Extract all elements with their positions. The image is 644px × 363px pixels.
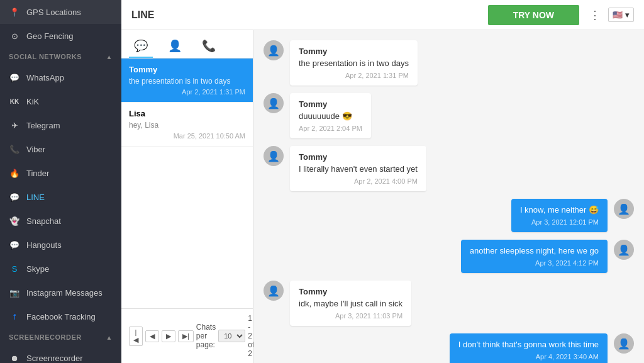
chat-item-tommy-name: Tommy xyxy=(129,65,245,74)
message-row-2: 👤 Tommy duuuuuude 😎 Apr 2, 2021 2:04 PM xyxy=(264,93,628,138)
msg-time-1: Apr 2, 2021 1:31 PM xyxy=(299,72,409,79)
content-area: 💬 👤 📞 Tommy the presentation is in two d… xyxy=(121,30,644,363)
msg-sender-6: Tommy xyxy=(299,287,402,296)
sidebar-item-facebook-label: Facebook Tracking xyxy=(26,312,96,321)
sidebar-item-whatsapp[interactable]: 💬 WhatsApp xyxy=(0,65,121,89)
sidebar-item-snapchat-label: Snapchat xyxy=(26,216,61,226)
skype-icon: S xyxy=(9,263,20,274)
instagram-icon: 📷 xyxy=(9,287,20,298)
tab-contacts[interactable]: 👤 xyxy=(163,35,187,58)
chevron-up-icon: ▲ xyxy=(106,53,113,60)
topbar-actions: ⋮ 🇺🇸 ▾ xyxy=(589,8,634,22)
chat-item-tommy-time: Apr 2, 2021 1:31 PM xyxy=(129,88,245,96)
per-page-select[interactable]: 10 25 50 xyxy=(218,330,245,342)
sidebar-item-line[interactable]: 💬 LINE xyxy=(0,185,121,209)
kik-icon: KK xyxy=(9,96,20,107)
msg-bubble-7: I don't think that's gonna work this tim… xyxy=(450,333,608,363)
avatar-self-3: 👤 xyxy=(614,333,634,354)
msg-sender-2: Tommy xyxy=(299,99,362,109)
sidebar-item-gps-label: GPS Locations xyxy=(26,8,81,17)
screenrecorder-header[interactable]: SCREENRECORDER ▲ xyxy=(0,328,121,346)
msg-text-1: the presentation is in two days xyxy=(299,59,409,68)
msg-text-2: duuuuuude 😎 xyxy=(299,111,362,121)
msg-time-3: Apr 2, 2021 4:00 PM xyxy=(299,177,418,185)
msg-time-7: Apr 4, 2021 3:40 AM xyxy=(458,353,599,360)
msg-bubble-4: I know, me neither 😅 Apr 3, 2021 12:01 P… xyxy=(511,199,608,232)
sidebar-item-screenrecorder-label: Screenrecorder xyxy=(26,354,83,363)
snapchat-icon: 👻 xyxy=(9,215,20,226)
sidebar-item-facebook[interactable]: f Facebook Tracking xyxy=(0,304,121,328)
main-area: LINE TRY NOW ⋮ 🇺🇸 ▾ 💬 👤 📞 Tommy the p xyxy=(121,0,644,363)
chat-item-lisa-preview: hey, Lisa xyxy=(129,121,245,130)
avatar-tommy-4: 👤 xyxy=(264,281,284,301)
sidebar-item-tinder[interactable]: 🔥 Tinder xyxy=(0,161,121,185)
more-options-icon[interactable]: ⋮ xyxy=(589,8,601,22)
last-page-button[interactable]: ▶| xyxy=(178,330,194,342)
page-title: LINE xyxy=(131,9,488,21)
sidebar-item-instagram-label: Instagram Messages xyxy=(26,288,103,298)
chat-tabs: 💬 👤 📞 xyxy=(121,30,253,59)
sidebar-item-gps[interactable]: 📍 GPS Locations xyxy=(0,0,121,24)
sidebar-item-snapchat[interactable]: 👻 Snapchat xyxy=(0,209,121,233)
sidebar: 📍 GPS Locations ⊙ Geo Fencing SOCIAL NET… xyxy=(0,0,121,363)
sidebar-item-telegram-label: Telegram xyxy=(26,121,60,130)
first-page-button[interactable]: |◀ xyxy=(129,327,143,346)
msg-text-3: I literally haven't even started yet xyxy=(299,164,418,174)
next-page-button[interactable]: ▶ xyxy=(162,330,175,342)
sidebar-item-skype-label: Skype xyxy=(26,264,49,274)
chat-item-lisa[interactable]: Lisa hey, Lisa Mar 25, 2021 10:50 AM xyxy=(121,103,253,147)
sidebar-item-skype[interactable]: S Skype xyxy=(0,257,121,281)
sidebar-item-tinder-label: Tinder xyxy=(26,169,49,178)
msg-bubble-5: another sleepless night, here we go Apr … xyxy=(461,240,608,273)
sidebar-item-instagram[interactable]: 📷 Instagram Messages xyxy=(0,281,121,304)
sidebar-item-kik-label: KiK xyxy=(26,97,39,106)
fencing-icon: ⊙ xyxy=(9,30,20,42)
msg-time-2: Apr 2, 2021 2:04 PM xyxy=(299,125,362,132)
tinder-icon: 🔥 xyxy=(9,167,20,179)
msg-sender-3: Tommy xyxy=(299,152,418,162)
telegram-icon: ✈ xyxy=(9,120,20,131)
msg-bubble-3: Tommy I literally haven't even started y… xyxy=(290,146,426,191)
msg-sender-1: Tommy xyxy=(299,47,409,56)
chevron-up-icon2: ▲ xyxy=(106,334,113,341)
sidebar-item-screenrecorder[interactable]: ⏺ Screenrecorder xyxy=(0,346,121,363)
avatar-tommy-3: 👤 xyxy=(264,146,284,166)
message-row-1: 👤 Tommy the presentation is in two days … xyxy=(264,40,628,86)
try-now-button[interactable]: TRY NOW xyxy=(488,5,579,25)
topbar: LINE TRY NOW ⋮ 🇺🇸 ▾ xyxy=(121,0,644,30)
message-row-7: 👤 I don't think that's gonna work this t… xyxy=(450,333,634,363)
sidebar-item-kik[interactable]: KK KiK xyxy=(0,89,121,113)
chat-item-tommy-preview: the presentation is in two days xyxy=(129,77,245,86)
msg-time-6: Apr 3, 2021 11:03 PM xyxy=(299,312,402,320)
chat-item-tommy[interactable]: Tommy the presentation is in two days Ap… xyxy=(121,59,253,103)
avatar-self-1: 👤 xyxy=(614,199,634,219)
sidebar-item-fencing[interactable]: ⊙ Geo Fencing xyxy=(0,24,121,48)
chat-item-lisa-name: Lisa xyxy=(129,109,245,118)
msg-bubble-1: Tommy the presentation is in two days Ap… xyxy=(290,40,418,86)
screenrecorder-icon: ⏺ xyxy=(9,352,20,363)
messages-panel: 👤 Tommy the presentation is in two days … xyxy=(253,30,644,363)
msg-bubble-2: Tommy duuuuuude 😎 Apr 2, 2021 2:04 PM xyxy=(290,93,371,138)
language-selector[interactable]: 🇺🇸 ▾ xyxy=(608,8,634,22)
viber-icon: 📞 xyxy=(9,143,20,155)
chat-items-list: Tommy the presentation is in two days Ap… xyxy=(121,59,253,308)
sidebar-item-viber[interactable]: 📞 Viber xyxy=(0,137,121,161)
social-networks-header[interactable]: SOCIAL NETWORKS ▲ xyxy=(0,48,121,65)
msg-text-7: I don't think that's gonna work this tim… xyxy=(458,340,599,349)
chat-item-lisa-time: Mar 25, 2021 10:50 AM xyxy=(129,132,245,140)
sidebar-item-fencing-label: Geo Fencing xyxy=(26,31,73,41)
prev-page-button[interactable]: ◀ xyxy=(145,330,159,342)
avatar-self-2: 👤 xyxy=(614,240,634,260)
message-row-5: 👤 another sleepless night, here we go Ap… xyxy=(461,240,634,273)
sidebar-item-telegram[interactable]: ✈ Telegram xyxy=(0,113,121,137)
message-row-3: 👤 Tommy I literally haven't even started… xyxy=(264,146,628,191)
msg-time-4: Apr 3, 2021 12:01 PM xyxy=(520,218,599,226)
tab-chat[interactable]: 💬 xyxy=(129,35,153,58)
tab-calls[interactable]: 📞 xyxy=(197,35,221,58)
sidebar-item-hangouts-label: Hangouts xyxy=(26,240,62,250)
msg-text-5: another sleepless night, here we go xyxy=(470,246,599,255)
sidebar-item-line-label: LINE xyxy=(26,193,45,202)
msg-bubble-6: Tommy idk, maybe I'll just call in sick … xyxy=(290,281,411,326)
avatar-tommy-1: 👤 xyxy=(264,40,284,60)
sidebar-item-hangouts[interactable]: 💬 Hangouts xyxy=(0,233,121,257)
